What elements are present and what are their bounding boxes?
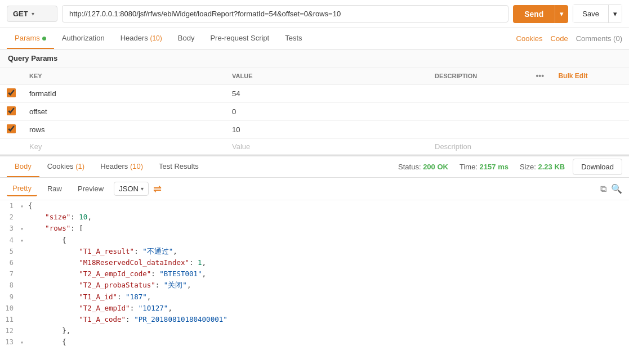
- more-options-icon[interactable]: •••: [536, 71, 544, 80]
- code-link[interactable]: Code: [551, 34, 568, 43]
- tab-authorization[interactable]: Authorization: [54, 28, 113, 49]
- send-button[interactable]: Send: [513, 5, 555, 23]
- line-arrow[interactable]: ▾: [20, 235, 28, 246]
- line-arrow[interactable]: ▾: [20, 336, 28, 347]
- response-bar: Body Cookies (1) Headers (10) Test Resul…: [0, 155, 629, 178]
- method-select[interactable]: GET ▾: [7, 6, 57, 22]
- tab-body[interactable]: Body: [170, 28, 203, 49]
- tab-headers[interactable]: Headers (10): [113, 28, 170, 49]
- json-viewer[interactable]: 1 ▾ { 2 "size": 10, 3 ▾ "rows": [ 4 ▾ { …: [0, 200, 629, 347]
- method-label: GET: [13, 10, 28, 18]
- copy-icon[interactable]: ⧉: [600, 184, 606, 194]
- download-button[interactable]: Download: [573, 159, 622, 175]
- line-content: {: [28, 200, 629, 212]
- line-number: 5: [0, 246, 20, 257]
- resp-tab-headers[interactable]: Headers (10): [92, 156, 151, 177]
- line-content: "T1_A_code": "PR_20180810180400001": [28, 314, 629, 325]
- param-val-0: 54: [232, 89, 240, 98]
- line-content: {: [28, 235, 629, 246]
- view-tab-pretty[interactable]: Pretty: [7, 181, 37, 196]
- table-row-empty: Key Value Description: [0, 139, 629, 155]
- json-line: 3 ▾ "rows": [: [0, 223, 629, 234]
- request-tabs-row: Params Authorization Headers (10) Body P…: [0, 28, 629, 50]
- comments-link[interactable]: Comments (0): [576, 34, 622, 43]
- param-key-0: formatId: [29, 89, 56, 98]
- view-tab-raw[interactable]: Raw: [42, 182, 68, 196]
- table-row: rows 10: [0, 121, 629, 139]
- param-key-2: rows: [29, 125, 44, 134]
- status-value: 200 OK: [423, 163, 448, 171]
- line-number: 8: [0, 280, 20, 291]
- param-val-1: 0: [232, 107, 236, 116]
- line-arrow[interactable]: ▾: [20, 200, 28, 212]
- response-status: Status: 200 OK Time: 2157 ms Size: 2.23 …: [398, 163, 565, 171]
- row-checkbox-0[interactable]: [7, 88, 16, 97]
- line-arrow[interactable]: ▾: [20, 223, 28, 234]
- line-arrow: [20, 325, 28, 336]
- resp-tab-body[interactable]: Body: [7, 156, 39, 177]
- json-line: 6 "M18ReservedCol_dataIndex": 1,: [0, 257, 629, 268]
- tab-prerequest[interactable]: Pre-request Script: [202, 28, 277, 49]
- json-line: 11 "T1_A_code": "PR_20180810180400001": [0, 314, 629, 325]
- resp-tab-test-results[interactable]: Test Results: [151, 156, 207, 177]
- json-line: 2 "size": 10,: [0, 212, 629, 223]
- row-checkbox-2[interactable]: [7, 124, 16, 133]
- empty-desc: Description: [435, 142, 471, 151]
- resp-headers-count: (10): [128, 162, 143, 170]
- table-row: formatId 54: [0, 85, 629, 103]
- line-content: "T2_A_empId_code": "BTEST001",: [28, 268, 629, 280]
- row-checkbox-1[interactable]: [7, 106, 16, 115]
- th-bulk-edit[interactable]: Bulk Edit: [551, 68, 629, 85]
- json-line: 8 "T2_A_probaStatus": "关闭",: [0, 280, 629, 291]
- tab-params[interactable]: Params: [7, 28, 54, 49]
- line-number: 9: [0, 291, 20, 303]
- line-arrow: [20, 257, 28, 268]
- save-dropdown-button[interactable]: ▾: [609, 5, 622, 23]
- view-tab-preview[interactable]: Preview: [72, 182, 109, 196]
- param-val-2: 10: [232, 125, 240, 134]
- line-arrow: [20, 268, 28, 280]
- line-arrow: [20, 291, 28, 303]
- empty-key: Key: [29, 142, 42, 151]
- line-number: 6: [0, 257, 20, 268]
- send-dropdown-button[interactable]: ▾: [555, 5, 568, 23]
- format-select[interactable]: JSON ▾: [114, 182, 149, 196]
- empty-value: Value: [232, 142, 250, 151]
- th-description: DESCRIPTION: [428, 68, 529, 85]
- line-arrow: [20, 212, 28, 223]
- chevron-down-icon: ▾: [32, 11, 34, 17]
- params-dot: [42, 37, 46, 41]
- cookies-link[interactable]: Cookies: [516, 34, 543, 43]
- save-button[interactable]: Save: [573, 5, 609, 23]
- line-content: },: [28, 325, 629, 336]
- format-chevron-icon: ▾: [141, 186, 144, 192]
- line-number: 11: [0, 314, 20, 325]
- json-line: 13 ▾ {: [0, 336, 629, 347]
- json-line: 1 ▾ {: [0, 200, 629, 212]
- line-number: 13: [0, 336, 20, 347]
- line-content: "M18ReservedCol_dataIndex": 1,: [28, 257, 629, 268]
- wrap-icon[interactable]: ⇌: [153, 183, 162, 195]
- url-input[interactable]: [62, 5, 508, 23]
- table-row: offset 0: [0, 103, 629, 121]
- line-number: 4: [0, 235, 20, 246]
- time-label: Time: 2157 ms: [460, 163, 508, 171]
- line-content: "T1_A_id": "187",: [28, 291, 629, 303]
- search-icon[interactable]: 🔍: [611, 183, 622, 194]
- line-content: "T2_A_probaStatus": "关闭",: [28, 280, 629, 291]
- time-value: 2157 ms: [480, 163, 508, 171]
- top-bar: GET ▾ Send ▾ Save ▾: [0, 0, 629, 28]
- json-line: 12 },: [0, 325, 629, 336]
- line-content: "size": 10,: [28, 212, 629, 223]
- resp-tab-cookies[interactable]: Cookies (1): [39, 156, 92, 177]
- json-line: 9 "T1_A_id": "187",: [0, 291, 629, 303]
- line-number: 12: [0, 325, 20, 336]
- query-params-title: Query Params: [0, 50, 629, 68]
- tab-tests[interactable]: Tests: [277, 28, 310, 49]
- line-number: 3: [0, 223, 20, 234]
- json-line: 5 "T1_A_result": "不通过",: [0, 246, 629, 257]
- line-content: "T2_A_empId": "10127",: [28, 303, 629, 314]
- headers-count: (10): [150, 34, 162, 42]
- line-arrow: [20, 280, 28, 291]
- line-content: {: [28, 336, 629, 347]
